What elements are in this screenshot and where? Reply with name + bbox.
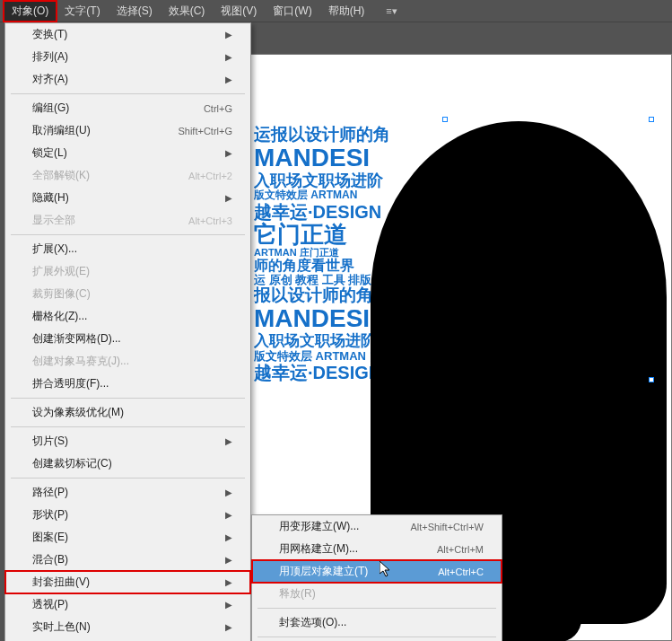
menu-item[interactable]: 隐藏(H)▶: [5, 187, 250, 209]
collage-text-line: 运报以设计师的角: [254, 126, 415, 145]
menu-shortcut: Alt+Ctrl+3: [188, 215, 232, 226]
menu-shortcut: Alt+Ctrl+2: [188, 171, 232, 181]
menu-item[interactable]: 扩展(X)...: [5, 238, 250, 260]
envelope-distort-submenu: 用变形建立(W)...Alt+Shift+Ctrl+W用网格建立(M)...Al…: [251, 514, 502, 641]
menu-item-label: 释放(R): [279, 586, 316, 601]
menu-item-label: 用变形建立(W)...: [279, 519, 359, 534]
menu-item[interactable]: 锁定(L)▶: [5, 142, 250, 164]
menu-item: 扩展外观(E): [5, 260, 250, 283]
menubar-item[interactable]: 选择(S): [109, 1, 161, 22]
menu-item: 释放(R): [252, 583, 502, 605]
menu-separator: [11, 398, 245, 399]
menu-shortcut: Shift+Ctrl+G: [178, 126, 232, 136]
menu-item[interactable]: 排列(A)▶: [5, 46, 250, 68]
menu-item[interactable]: 编组(G)Ctrl+G: [5, 97, 250, 119]
menu-item-label: 形状(P): [32, 507, 68, 522]
menu-item[interactable]: 混合(B)▶: [5, 549, 250, 571]
submenu-arrow-icon: ▶: [225, 75, 232, 84]
toolbar-icon[interactable]: ≡▾: [386, 5, 397, 17]
menu-item-label: 封套扭曲(V): [32, 575, 90, 590]
menu-separator: [257, 637, 496, 637]
menu-item: 全部解锁(K)Alt+Ctrl+2: [5, 164, 250, 187]
submenu-arrow-icon: ▶: [225, 622, 232, 632]
menu-item[interactable]: 用网格建立(M)...Alt+Ctrl+M: [252, 538, 502, 560]
menu-item-label: 排列(A): [32, 49, 68, 65]
menu-item[interactable]: 路径(P)▶: [5, 481, 250, 504]
menu-item: 显示全部Alt+Ctrl+3: [5, 209, 250, 232]
menu-item-label: 用网格建立(M)...: [279, 541, 358, 557]
menu-item-label: 创建裁切标记(C): [32, 456, 112, 471]
menu-shortcut: Alt+Shift+Ctrl+W: [410, 522, 484, 532]
menu-item-label: 全部解锁(K): [32, 168, 90, 183]
menu-separator: [11, 93, 245, 94]
menu-item-label: 隐藏(H): [32, 190, 69, 206]
menu-item-label: 变换(T): [32, 27, 67, 42]
submenu-arrow-icon: ▶: [225, 555, 232, 565]
menu-item[interactable]: 切片(S)▶: [5, 430, 250, 452]
menu-item[interactable]: 设为像素级优化(M): [5, 401, 250, 424]
submenu-arrow-icon: ▶: [225, 30, 232, 40]
menu-item[interactable]: 变换(T)▶: [5, 23, 250, 46]
menu-item-label: 透视(P): [32, 597, 68, 612]
menu-item-label: 栅格化(Z)...: [32, 309, 87, 324]
menu-item[interactable]: 创建渐变网格(D)...: [5, 328, 250, 350]
menubar-item[interactable]: 视图(V): [213, 1, 265, 22]
menu-item[interactable]: 用变形建立(W)...Alt+Shift+Ctrl+W: [252, 515, 502, 538]
submenu-arrow-icon: ▶: [225, 577, 232, 587]
menu-item-label: 锁定(L): [32, 145, 67, 161]
menu-item-label: 扩展外观(E): [32, 264, 90, 279]
menu-separator: [11, 426, 245, 427]
menu-item-label: 用顶层对象建立(T): [279, 564, 368, 579]
menu-item-label: 编组(G): [32, 101, 69, 116]
object-menu: 变换(T)▶排列(A)▶对齐(A)▶编组(G)Ctrl+G取消编组(U)Shif…: [4, 22, 251, 641]
menubar: 对象(O)文字(T)选择(S)效果(C)视图(V)窗口(W)帮助(H)≡▾: [0, 0, 672, 22]
submenu-arrow-icon: ▶: [225, 148, 232, 158]
submenu-arrow-icon: ▶: [225, 436, 232, 446]
menu-separator: [11, 478, 245, 479]
menu-separator: [257, 608, 496, 609]
menu-item-label: 拼合透明度(F)...: [32, 376, 109, 391]
submenu-arrow-icon: ▶: [225, 193, 232, 203]
menu-item-label: 显示全部: [32, 213, 75, 228]
menu-item[interactable]: 实时上色(N)▶: [5, 616, 250, 638]
submenu-arrow-icon: ▶: [225, 510, 232, 520]
menubar-item[interactable]: 文字(T): [57, 1, 108, 22]
menu-shortcut: Alt+Ctrl+M: [437, 544, 484, 555]
selection-handle[interactable]: [649, 377, 654, 382]
menu-item-label: 设为像素级优化(M): [32, 405, 124, 420]
submenu-arrow-icon: ▶: [225, 532, 232, 542]
menubar-item[interactable]: 效果(C): [161, 1, 214, 22]
cursor-pointer: [380, 561, 394, 583]
menu-item-label: 创建对象马赛克(J)...: [32, 354, 129, 369]
menu-item-label: 路径(P): [32, 485, 68, 500]
menu-item-label: 取消编组(U): [32, 123, 91, 138]
menubar-item[interactable]: 对象(O): [4, 1, 57, 22]
menubar-item[interactable]: 窗口(W): [265, 1, 319, 22]
menu-item: 裁剪图像(C): [5, 283, 250, 305]
menu-item-label: 切片(S): [32, 434, 68, 449]
menu-item[interactable]: 封套扭曲(V)▶: [5, 571, 250, 593]
menu-item-label: 扩展(X)...: [32, 241, 77, 257]
menubar-item[interactable]: 帮助(H): [320, 1, 373, 22]
menu-item[interactable]: 取消编组(U)Shift+Ctrl+G: [5, 119, 250, 142]
menu-item-label: 裁剪图像(C): [32, 286, 91, 302]
menu-item[interactable]: 对齐(A)▶: [5, 68, 250, 91]
menu-item[interactable]: 栅格化(Z)...: [5, 305, 250, 328]
menu-item[interactable]: 封套选项(O)...: [252, 611, 502, 634]
menu-item-label: 混合(B): [32, 552, 68, 567]
menu-item[interactable]: 用顶层对象建立(T)Alt+Ctrl+C: [252, 560, 502, 583]
menu-item[interactable]: 透视(P)▶: [5, 593, 250, 616]
submenu-arrow-icon: ▶: [225, 487, 232, 497]
menu-separator: [11, 234, 245, 235]
selection-handle[interactable]: [649, 117, 654, 122]
menu-item: 创建对象马赛克(J)...: [5, 350, 250, 373]
menu-item[interactable]: 拼合透明度(F)...: [5, 373, 250, 395]
menu-item[interactable]: 创建裁切标记(C): [5, 452, 250, 475]
selection-handle[interactable]: [442, 117, 448, 122]
menu-item-label: 创建渐变网格(D)...: [32, 331, 121, 347]
menu-item-label: 图案(E): [32, 530, 68, 545]
submenu-arrow-icon: ▶: [225, 52, 232, 62]
submenu-arrow-icon: ▶: [225, 600, 232, 610]
menu-item[interactable]: 图案(E)▶: [5, 526, 250, 549]
menu-item[interactable]: 形状(P)▶: [5, 504, 250, 526]
